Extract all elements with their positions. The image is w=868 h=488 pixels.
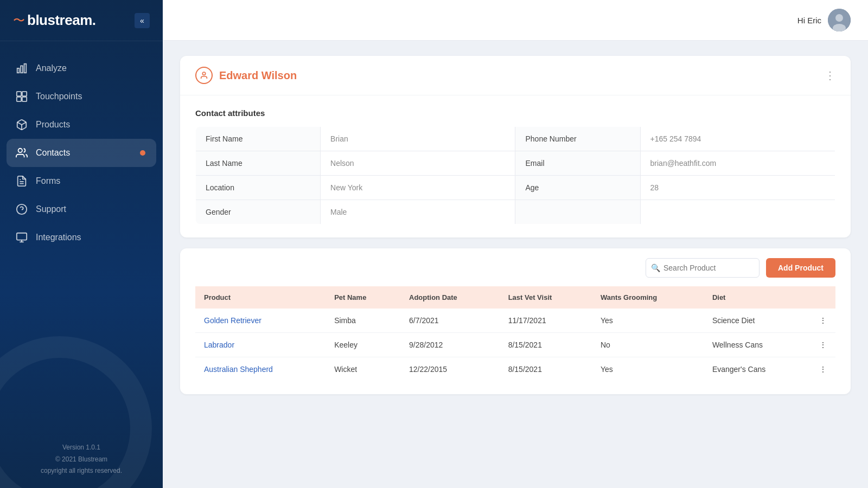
svg-rect-0 [17, 68, 20, 73]
svg-rect-13 [17, 233, 27, 240]
copyright-text: © 2021 Blustream [13, 454, 150, 466]
product-name[interactable]: Golden Retriever [195, 309, 326, 333]
sidebar-item-products[interactable]: Products [0, 111, 163, 139]
diet: Science Diet [704, 309, 810, 333]
products-card: 🔍 Add Product Product Pet Name Adoption … [180, 248, 851, 394]
svg-point-17 [835, 14, 843, 22]
sidebar-item-contacts[interactable]: Contacts [7, 139, 156, 167]
table-header-row: Product Pet Name Adoption Date Last Vet … [195, 286, 835, 309]
sidebar-item-products-label: Products [36, 120, 70, 130]
sidebar-item-forms[interactable]: Forms [0, 167, 163, 195]
avatar [828, 9, 851, 31]
table-row: Gender Male [196, 200, 835, 224]
attr-label: Gender [196, 200, 321, 224]
contact-card-header: Edward Wilson ⋮ [180, 56, 851, 95]
sidebar-item-touchpoints[interactable]: Touchpoints [0, 82, 163, 111]
integrations-icon [15, 231, 28, 244]
adoption-date: 9/28/2012 [400, 333, 500, 357]
col-pet-name: Pet Name [326, 286, 400, 309]
contacts-badge [140, 150, 145, 156]
contact-menu-button[interactable]: ⋮ [825, 69, 835, 82]
contact-title: Edward Wilson [195, 67, 297, 84]
logo-icon: 〜 [13, 12, 25, 29]
sidebar-footer: Version 1.0.1 © 2021 Blustream copyright… [0, 431, 163, 488]
svg-rect-4 [22, 92, 27, 96]
row-menu-button[interactable]: ⋮ [810, 333, 835, 357]
sidebar-item-analyze[interactable]: Analyze [0, 54, 163, 82]
last-vet-visit: 11/17/2021 [500, 309, 592, 333]
attr-empty [640, 200, 835, 224]
attributes-table: First Name Brian Phone Number +165 254 7… [195, 126, 835, 224]
pet-name: Wicket [326, 357, 400, 382]
col-actions [810, 286, 835, 309]
products-table-wrap: Product Pet Name Adoption Date Last Vet … [180, 286, 851, 394]
attr-empty [515, 200, 640, 224]
rights-text: copyright all rights reserved. [13, 465, 150, 477]
col-grooming: Wants Grooming [592, 286, 704, 309]
analyze-icon [15, 62, 28, 75]
attr-value: Nelson [321, 151, 515, 176]
attr-value: brian@heathfit.com [640, 151, 835, 176]
touchpoints-icon [15, 90, 28, 103]
attr-label: Last Name [196, 151, 321, 176]
col-product: Product [195, 286, 326, 309]
forms-icon [15, 175, 28, 188]
diet: Evanger's Cans [704, 357, 810, 382]
product-name[interactable]: Labrador [195, 333, 326, 357]
row-menu-button[interactable]: ⋮ [810, 309, 835, 333]
sidebar: 〜 blustream. « Analyze Touchpoints [0, 0, 163, 488]
table-row: Golden Retriever Simba 6/7/2021 11/17/20… [195, 309, 835, 333]
attr-label: Phone Number [515, 127, 640, 151]
attr-value: Male [321, 200, 515, 224]
sidebar-item-forms-label: Forms [36, 176, 60, 186]
attr-value: +165 254 7894 [640, 127, 835, 151]
attributes-section: Contact attributes First Name Brian Phon… [180, 95, 851, 237]
svg-point-8 [18, 149, 22, 152]
sidebar-collapse-button[interactable]: « [135, 13, 150, 28]
search-icon: 🔍 [651, 264, 660, 272]
svg-rect-5 [17, 97, 21, 101]
wants-grooming: No [592, 333, 704, 357]
contacts-icon [15, 146, 28, 159]
row-menu-button[interactable]: ⋮ [810, 357, 835, 382]
table-row: Australian Shepherd Wicket 12/22/2015 8/… [195, 357, 835, 382]
svg-point-19 [202, 72, 205, 75]
attr-value: New York [321, 176, 515, 200]
adoption-date: 12/22/2015 [400, 357, 500, 382]
table-row: Location New York Age 28 [196, 176, 835, 200]
contact-card: Edward Wilson ⋮ Contact attributes First… [180, 56, 851, 237]
col-adoption-date: Adoption Date [400, 286, 500, 309]
logo-text: blustream. [27, 12, 96, 29]
last-vet-visit: 8/15/2021 [500, 333, 592, 357]
sidebar-item-integrations-label: Integrations [36, 233, 81, 242]
products-toolbar: 🔍 Add Product [180, 248, 851, 286]
content-area: Edward Wilson ⋮ Contact attributes First… [163, 41, 868, 488]
attr-label: Age [515, 176, 640, 200]
attr-label: Email [515, 151, 640, 176]
sidebar-item-integrations[interactable]: Integrations [0, 223, 163, 252]
sidebar-item-touchpoints-label: Touchpoints [36, 92, 82, 101]
sidebar-item-support[interactable]: Support [0, 195, 163, 223]
pet-name: Simba [326, 309, 400, 333]
svg-rect-1 [21, 66, 23, 73]
greeting-text: Hi Eric [797, 16, 821, 25]
person-icon [195, 67, 213, 84]
topbar: Hi Eric [163, 0, 868, 41]
last-vet-visit: 8/15/2021 [500, 357, 592, 382]
support-icon [15, 203, 28, 216]
wants-grooming: Yes [592, 309, 704, 333]
adoption-date: 6/7/2021 [400, 309, 500, 333]
products-icon [15, 118, 28, 131]
svg-rect-3 [17, 92, 21, 96]
main-content: Hi Eric Edward Wilso [163, 0, 868, 488]
version-text: Version 1.0.1 [13, 442, 150, 454]
table-row: Labrador Keeley 9/28/2012 8/15/2021 No W… [195, 333, 835, 357]
add-product-button[interactable]: Add Product [766, 258, 835, 278]
search-product-input[interactable] [646, 258, 760, 278]
product-name[interactable]: Australian Shepherd [195, 357, 326, 382]
search-product-wrap: 🔍 [646, 258, 760, 278]
table-row: Last Name Nelson Email brian@heathfit.co… [196, 151, 835, 176]
wants-grooming: Yes [592, 357, 704, 382]
table-row: First Name Brian Phone Number +165 254 7… [196, 127, 835, 151]
svg-rect-2 [24, 64, 27, 73]
